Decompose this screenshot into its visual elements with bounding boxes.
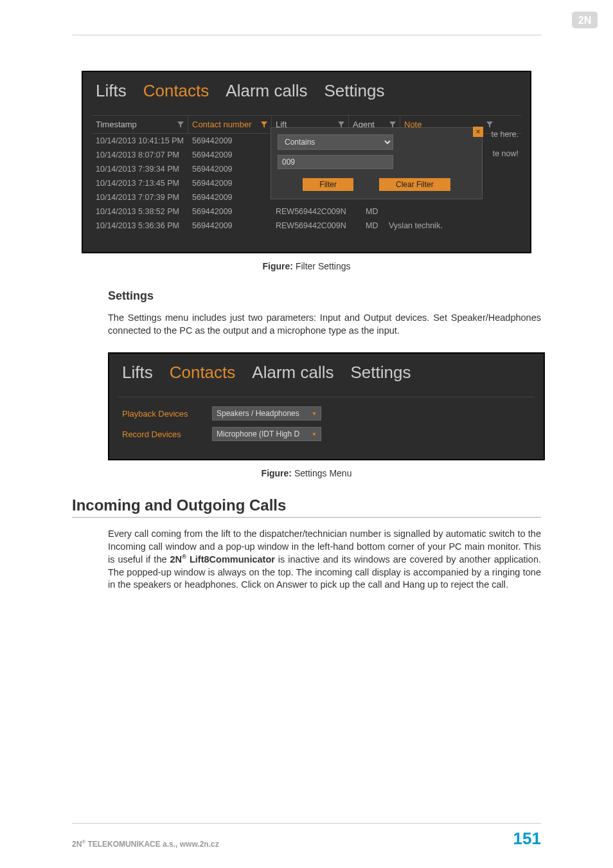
tab-alarm-calls[interactable]: Alarm calls — [252, 363, 333, 383]
playback-devices-label: Playback Devices — [122, 409, 206, 419]
col-timestamp[interactable]: Timestamp — [92, 116, 188, 133]
record-devices-label: Record Devices — [122, 429, 206, 439]
filter-icon[interactable] — [177, 122, 184, 128]
filter-icon[interactable] — [261, 122, 267, 128]
svg-text:2N: 2N — [578, 15, 591, 26]
table-row: 10/14/2013 5:38:52 PM569442009REW569442C… — [92, 204, 521, 219]
note-text-peek: te here. — [492, 130, 519, 139]
tab-contacts[interactable]: Contacts — [143, 81, 209, 101]
tab-settings[interactable]: Settings — [324, 81, 384, 101]
filter-value-input[interactable] — [278, 155, 393, 169]
close-icon[interactable]: × — [473, 127, 483, 137]
tab-alarm-calls[interactable]: Alarm calls — [226, 81, 307, 101]
calls-paragraph: Every call coming from the lift to the d… — [108, 528, 541, 592]
filter-settings-screenshot: Lifts Contacts Alarm calls Settings Time… — [82, 71, 531, 253]
clear-filter-button[interactable]: Clear Filter — [379, 178, 450, 191]
figure-caption: Figure: Settings Menu — [72, 468, 541, 478]
tab-contacts[interactable]: Contacts — [170, 363, 236, 383]
settings-heading: Settings — [108, 289, 541, 303]
header-rule — [72, 35, 541, 35]
filter-icon[interactable] — [389, 122, 396, 128]
filter-icon[interactable] — [338, 122, 344, 128]
brand-logo-icon: 2N — [572, 12, 598, 28]
tab-lifts[interactable]: Lifts — [122, 363, 153, 383]
settings-menu-screenshot: Lifts Contacts Alarm calls Settings Play… — [108, 352, 545, 460]
filter-icon[interactable] — [486, 122, 493, 128]
playback-devices-select[interactable]: Speakers / Headphones▼ — [212, 406, 321, 420]
figure-caption: Figure: Filter Settings — [72, 261, 541, 271]
filter-operator-select[interactable]: Contains — [278, 134, 393, 150]
record-devices-row: Record Devices Microphone (IDT High D▼ — [118, 427, 535, 441]
tab-settings[interactable]: Settings — [350, 363, 411, 383]
tab-bar: Lifts Contacts Alarm calls Settings — [118, 363, 535, 383]
table-row: 10/14/2013 5:36:36 PM569442009REW569442C… — [92, 219, 521, 233]
tab-bar: Lifts Contacts Alarm calls Settings — [92, 81, 521, 101]
filter-button[interactable]: Filter — [303, 178, 353, 191]
record-devices-select[interactable]: Microphone (IDT High D▼ — [212, 427, 321, 441]
tab-lifts[interactable]: Lifts — [96, 81, 127, 101]
page-number: 151 — [513, 829, 541, 849]
chevron-down-icon: ▼ — [312, 431, 317, 437]
note-text-peek: te now! — [493, 149, 519, 158]
section-heading: Incoming and Outgoing Calls — [72, 496, 541, 518]
chevron-down-icon: ▼ — [312, 411, 317, 417]
filter-popup: × Contains Filter Clear Filter — [271, 127, 483, 199]
col-contact-number[interactable]: Contact number — [188, 116, 272, 133]
playback-devices-row: Playback Devices Speakers / Headphones▼ — [118, 406, 535, 420]
settings-paragraph: The Settings menu includes just two para… — [108, 312, 541, 337]
footer-text: 2N® TELEKOMUNIKACE a.s., www.2n.cz — [72, 839, 219, 849]
